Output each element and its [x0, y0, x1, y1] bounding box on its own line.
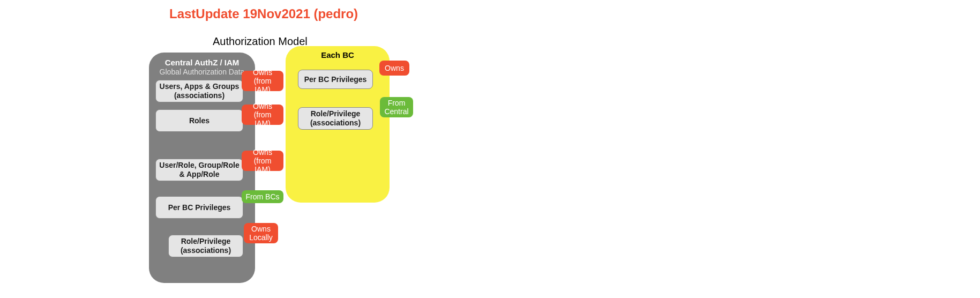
- central-item-role-privilege-assoc-tag: Owns Locally: [244, 223, 278, 243]
- container-central-subtitle: Global Authorization Data: [149, 68, 255, 76]
- central-item-role-privilege-assoc: Role/Privilege (associations): [168, 235, 243, 257]
- central-item-per-bc-privileges: Per BC Privileges: [155, 196, 243, 219]
- central-item-user-role-group-role-tag: Owns (from IAM): [242, 151, 283, 171]
- page-title: LastUpdate 19Nov2021 (pedro): [169, 6, 358, 21]
- central-item-roles-tag: Owns (from IAM): [242, 105, 283, 125]
- diagram-canvas: { "page": { "title": "LastUpdate 19Nov20…: [0, 0, 980, 298]
- bc-item-role-privilege-assoc: Role/Privilege (associations): [298, 107, 373, 130]
- central-item-users-apps-groups: Users, Apps & Groups (associations): [155, 80, 243, 102]
- central-item-per-bc-privileges-tag: From BCs: [242, 190, 283, 203]
- central-item-roles: Roles: [155, 109, 243, 132]
- central-item-user-role-group-role: User/Role, Group/Role & App/Role: [155, 159, 243, 181]
- container-central-title: Central AuthZ / IAM: [149, 58, 255, 67]
- bc-item-per-bc-privileges: Per BC Privileges: [298, 70, 373, 89]
- diagram-title: Authorization Model: [213, 35, 308, 48]
- bc-item-per-bc-privileges-tag: Owns: [379, 61, 409, 76]
- container-each-bc-title: Each BC: [286, 50, 390, 59]
- central-item-users-apps-groups-tag: Owns (from IAM): [242, 71, 283, 91]
- bc-item-role-privilege-assoc-tag: From Central: [380, 97, 413, 117]
